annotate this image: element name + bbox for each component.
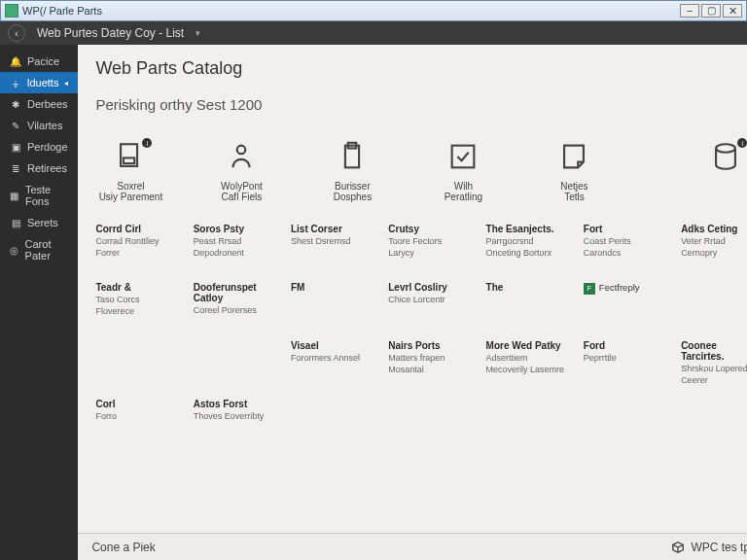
catalog-item-label: WolyPontCafl Fiels <box>221 181 263 202</box>
catalog-grid: Corrd CirlCorrad Ronttliey ForrerSoros P… <box>95 224 747 447</box>
sidebar-item-label: Perdoge <box>27 141 68 153</box>
back-button[interactable]: ‹ <box>8 24 25 42</box>
grid-cell[interactable]: Coonee Tarcirtes.Shrskou Loperedy Ceerer <box>681 340 747 389</box>
sidebar-item-perdoge[interactable]: ▣Perdoge <box>0 136 78 158</box>
info-badge: i <box>737 138 747 148</box>
grid-cell[interactable]: VisaelForormers Annsel <box>291 340 371 389</box>
cell-line: Coreel Porerses <box>194 305 273 317</box>
cell-heading: Nairs Ports <box>388 340 468 351</box>
catalog-item-3[interactable]: WilhPeratling <box>428 140 498 202</box>
catalog-item-1[interactable]: WolyPontCafl Fiels <box>206 140 276 202</box>
grid-cell[interactable]: FordPeprrttle <box>584 340 663 389</box>
grid-cell[interactable]: Teadr &Taso Corcs Floverece <box>95 282 175 331</box>
sidebar-item-teste fons[interactable]: ▦Teste Fons <box>0 179 78 212</box>
grid-cell[interactable]: Dooferunspet CatloyCoreel Porerses <box>194 282 273 331</box>
maximize-button[interactable]: ▢ <box>701 4 721 18</box>
grid-cell[interactable]: Nairs PortsMatters frapen Mosantal <box>388 340 468 389</box>
list-icon: ≣ <box>10 162 21 174</box>
plug-icon: ⏚ <box>10 77 21 88</box>
cell-heading: Soros Psty <box>194 224 273 234</box>
gear-icon: ✱ <box>10 98 21 110</box>
cell-heading: Corrd Cirl <box>95 224 175 234</box>
person-icon <box>225 140 258 173</box>
sidebar-item-label: Vilartes <box>27 120 62 131</box>
cell-heading: Teadr & <box>95 282 175 293</box>
grid-cell[interactable]: CrutsyToore Fectors Larycy <box>388 224 468 272</box>
page-title: Web Parts Catalog <box>95 58 747 79</box>
window-title: WP(/ Parle Parts <box>22 5 680 17</box>
cell-heading: More Wed Patky <box>486 340 566 351</box>
info-badge: i <box>142 138 152 148</box>
catalog-item-label: WilhPeratling <box>445 181 482 202</box>
catalog-item-2[interactable]: BurisserDosphes <box>317 140 387 202</box>
cell-heading: Crutsy <box>388 224 468 234</box>
svg-rect-1 <box>124 158 134 163</box>
catalog-item-5[interactable]: i <box>691 140 747 202</box>
sidebar-item-derbees[interactable]: ✱Derbees <box>0 93 78 115</box>
catalog-item-label: BurisserDosphes <box>334 181 372 202</box>
grid-cell[interactable]: Corrd CirlCorrad Ronttliey Forrer <box>95 224 175 272</box>
cube-icon <box>671 541 685 554</box>
wand-icon: ✎ <box>10 120 21 131</box>
svg-point-6 <box>717 144 736 153</box>
grid-cell[interactable]: List CorserShest Dsremsd <box>291 224 371 272</box>
sidebar-item-vilartes[interactable]: ✎Vilartes <box>0 115 78 136</box>
grid-cell[interactable]: FM <box>291 282 371 331</box>
close-button[interactable]: ✕ <box>723 4 742 18</box>
minimize-button[interactable]: – <box>680 4 699 18</box>
cell-heading: Levrl Cosliry <box>388 282 468 293</box>
cell-heading: Coonee Tarcirtes. <box>681 340 747 362</box>
sidebar-item-carot pater[interactable]: ◎Carot Pater <box>0 233 78 266</box>
grid-cell[interactable]: The Esanjects.Parrgocrsnd Onceting Borto… <box>486 224 566 272</box>
grid-cell[interactable]: The <box>486 282 566 331</box>
grid-cell[interactable] <box>194 340 273 389</box>
grid-cell[interactable]: Levrl CosliryChice Lorcentr <box>388 282 468 331</box>
chevron-left-icon: ◂ <box>64 79 68 88</box>
cell-line: Forormers Annsel <box>291 353 371 365</box>
cell-heading: Visael <box>291 340 371 351</box>
cell-line: Coast Perits Carondcs <box>584 236 663 259</box>
main-content: Web Parts Catalog Perisking orthy Sest 1… <box>78 45 747 560</box>
grid-cell[interactable]: Astos ForstThoves Eoverribty <box>194 399 273 447</box>
page-subtitle: Perisking orthy Sest 1200 <box>95 96 747 113</box>
cell-line: Parrgocrsnd Onceting Bortorx <box>486 236 566 259</box>
sidebar-item-label: Teste Fons <box>25 184 69 207</box>
cell-line: Corrad Ronttliey Forrer <box>95 236 175 259</box>
sidebar-item-label: Derbees <box>27 98 68 110</box>
grid-cell[interactable]: Adks CetingVeter Rrtad Cernopry <box>681 224 747 272</box>
grid-cell[interactable]: Soros PstyPeast Rrsad Depodronent <box>194 224 273 272</box>
grid-cell[interactable]: FFectfreply <box>584 282 663 331</box>
cell-line: Peast Rrsad Depodronent <box>194 236 273 259</box>
sidebar-item-serets[interactable]: ▤Serets <box>0 212 78 233</box>
cell-line: Adserttiem Mecoverily Lasemre <box>486 353 566 375</box>
sidebar-item-pacice[interactable]: 🔔Pacice <box>0 51 78 72</box>
flag-icon: F <box>584 283 595 295</box>
svg-rect-5 <box>452 146 475 168</box>
grid-cell[interactable]: More Wed PatkyAdserttiem Mecoverily Lase… <box>486 340 566 389</box>
catalog-item-label: SoxrelUsiy Parement <box>99 181 163 202</box>
catalog-item-0[interactable]: iSoxrelUsiy Parement <box>95 140 165 202</box>
footer-bar: Cone a Piek WPC tes tplay <box>78 533 747 560</box>
breadcrumb-caret-icon[interactable]: ▾ <box>196 28 200 38</box>
cell-heading: FM <box>291 282 371 293</box>
cell-line: Toore Fectors Larycy <box>388 236 468 259</box>
grid-cell[interactable] <box>291 399 371 447</box>
sidebar-item-retirees[interactable]: ≣Retirees <box>0 158 78 179</box>
cell-heading: Astos Forst <box>194 399 273 409</box>
catalog-item-label: NetjesTetls <box>560 181 587 202</box>
grid-cell[interactable] <box>681 282 747 331</box>
cell-heading: Ford <box>584 340 663 351</box>
grid-icon: ▦ <box>10 190 19 201</box>
cell-line: Veter Rrtad Cernopry <box>681 236 747 259</box>
cell-line: Forro <box>95 411 175 423</box>
breadcrumb: Web Purtes Datey Coy - List <box>37 26 184 40</box>
cell-heading: Fort <box>584 224 663 234</box>
grid-cell[interactable]: FortCoast Perits Carondcs <box>584 224 663 272</box>
catalog-item-4[interactable]: NetjesTetls <box>539 140 609 202</box>
ribbon-bar: ‹ Web Purtes Datey Coy - List ▾ <box>0 21 747 45</box>
footer-left-text: Cone a Piek <box>91 541 155 554</box>
box-icon: ▣ <box>10 141 21 153</box>
grid-cell[interactable] <box>95 340 175 389</box>
sidebar-item-lduetts[interactable]: ⏚lduetts◂ <box>0 72 78 93</box>
grid-cell[interactable]: CorlForro <box>95 399 175 447</box>
